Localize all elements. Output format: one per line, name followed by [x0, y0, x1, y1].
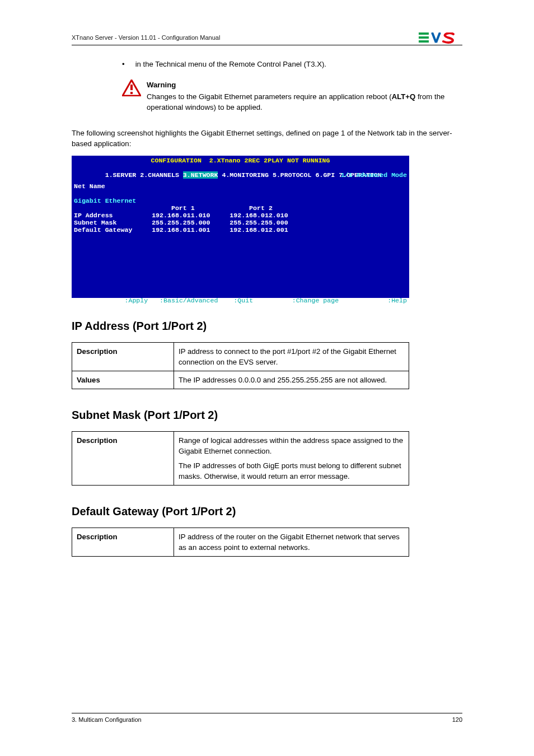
heading-ip: IP Address (Port 1/Port 2) — [72, 318, 462, 334]
table-subnet: Description Range of logical addresses w… — [72, 431, 409, 486]
warning-title: Warning — [147, 80, 462, 90]
evs-logo-icon — [419, 32, 462, 44]
table-gateway: DescriptionIP address of the router on t… — [72, 528, 409, 557]
svg-rect-12 — [130, 85, 133, 90]
page-number: 120 — [452, 716, 462, 725]
table-ip: DescriptionIP address to connect to the … — [72, 342, 409, 389]
intro-paragraph: The following screenshot highlights the … — [72, 128, 462, 149]
svg-rect-9 — [419, 36, 429, 39]
doc-header-title: XTnano Server - Version 11.01 - Configur… — [72, 34, 220, 43]
heading-gateway: Default Gateway (Port 1/Port 2) — [72, 503, 462, 520]
config-screenshot: CONFIGURATION 2.XTnano 2REC 2PLAY NOT RU… — [72, 156, 409, 298]
bullet-dot-icon: • — [122, 59, 133, 69]
heading-subnet: Subnet Mask (Port 1/Port 2) — [72, 407, 462, 423]
svg-rect-8 — [419, 32, 429, 35]
bullet-text: in the Technical menu of the Remote Cont… — [135, 60, 326, 68]
warning-text: Changes to the Gigabit Ethernet paramete… — [147, 91, 462, 113]
footer-section: 3. Multicam Configuration — [72, 716, 142, 725]
svg-rect-13 — [130, 92, 133, 94]
svg-rect-10 — [419, 40, 429, 43]
warning-icon — [122, 80, 141, 113]
bullet-line: • in the Technical menu of the Remote Co… — [122, 59, 462, 69]
